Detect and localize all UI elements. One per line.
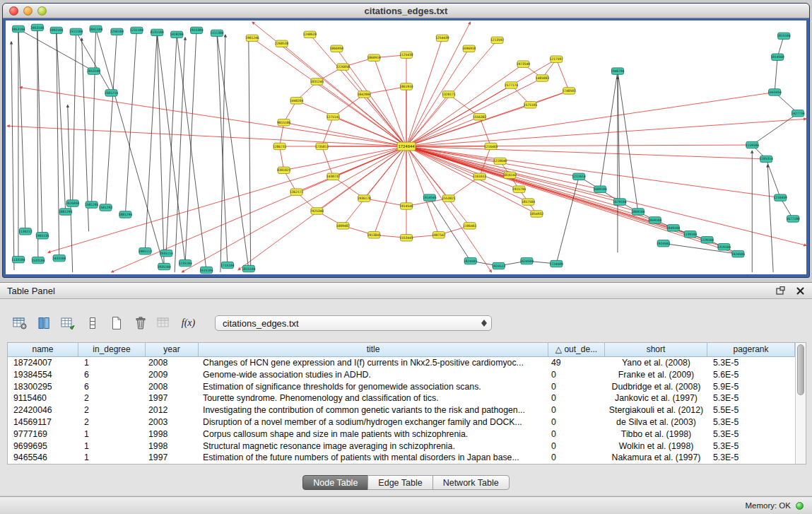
float-panel-icon[interactable] [775, 286, 785, 296]
network-edge[interactable] [92, 29, 96, 205]
network-edge[interactable] [406, 105, 530, 146]
network-edge[interactable] [406, 64, 523, 146]
network-edge[interactable] [310, 35, 406, 146]
network-node[interactable]: 1081295 [59, 209, 73, 215]
table-row[interactable]: 969969511998Structural magnetic resonanc… [8, 440, 795, 452]
network-edge[interactable] [7, 126, 406, 146]
network-node[interactable]: 1418284 [170, 31, 184, 37]
network-node[interactable]: 1679104 [613, 199, 627, 205]
tab-node-table[interactable]: Node Table [302, 475, 368, 490]
delete-table-icon[interactable] [131, 315, 149, 332]
network-node[interactable]: 1210646 [493, 158, 507, 164]
network-edge[interactable] [374, 146, 406, 235]
network-node[interactable]: 1427734 [791, 110, 805, 117]
network-node[interactable]: 1905113 [139, 247, 153, 254]
network-edge[interactable] [157, 33, 164, 267]
scrollbar-thumb[interactable] [797, 344, 804, 395]
network-edge[interactable] [20, 87, 406, 146]
network-node[interactable]: 1696910 [462, 45, 476, 52]
table-row[interactable]: 2242004622012Investigating the contribut… [8, 404, 795, 416]
network-node[interactable]: 1319104 [717, 243, 731, 250]
network-node[interactable]: 2260538 [275, 40, 289, 47]
network-edge[interactable] [106, 32, 117, 208]
network-edge[interactable] [752, 113, 798, 145]
network-node[interactable]: 1914545 [423, 194, 437, 201]
network-node[interactable]: 1161612 [473, 173, 487, 180]
network-node[interactable]: 1275141 [326, 114, 341, 120]
network-node[interactable]: 1159584 [746, 141, 760, 148]
network-edge[interactable] [775, 57, 777, 93]
network-edge[interactable] [556, 59, 569, 91]
network-window-titlebar[interactable]: citations_edges.txt [3, 4, 809, 18]
column-header-0[interactable]: name [8, 343, 78, 356]
network-edge[interactable] [406, 145, 752, 146]
table-row[interactable]: 1872400712008Changes of HCN gene express… [8, 357, 795, 369]
network-node[interactable]: 1216465 [484, 143, 498, 149]
network-node[interactable]: 2053105 [30, 24, 45, 30]
network-node[interactable]: 1973540 [517, 61, 531, 67]
network-node[interactable]: 1860910 [367, 54, 382, 61]
network-node[interactable]: 1231104 [130, 27, 144, 33]
network-node[interactable]: 7925348 [310, 208, 324, 214]
network-node[interactable]: 8301021 [277, 167, 291, 173]
edit-table-icon[interactable] [59, 315, 77, 332]
network-edge[interactable] [125, 30, 136, 215]
network-node[interactable]: 1440204 [290, 98, 304, 104]
network-node[interactable]: 1575105 [524, 102, 538, 108]
network-edge[interactable] [333, 117, 406, 146]
network-node[interactable]: 1009487 [336, 223, 351, 229]
network-edge[interactable] [430, 198, 471, 262]
network-node[interactable]: 1959104 [648, 217, 662, 223]
network-edge[interactable] [406, 146, 806, 245]
column-header-1[interactable]: in_degree [78, 343, 146, 356]
network-edge[interactable] [767, 165, 773, 272]
network-node[interactable]: 1735811 [315, 143, 329, 149]
table-row[interactable]: 1456911722003Disruption of a novel membe… [8, 416, 795, 428]
function-builder-icon[interactable]: f(x) [180, 315, 197, 332]
network-edge[interactable] [249, 38, 251, 272]
network-node[interactable]: 1815104 [242, 265, 256, 271]
network-node[interactable]: 1689104 [593, 186, 607, 192]
column-header-2[interactable]: year [146, 343, 199, 356]
network-node[interactable]: 1915794 [512, 186, 526, 192]
network-node[interactable]: 1014560 [771, 54, 785, 60]
network-node[interactable]: 1235104 [178, 259, 192, 266]
network-node[interactable]: 1866950 [330, 45, 344, 52]
network-node[interactable]: 1857584 [522, 199, 536, 205]
network-node[interactable]: 2226058 [336, 64, 351, 70]
network-node[interactable]: 1615104 [199, 267, 213, 273]
network-node[interactable]: 1111304 [210, 30, 224, 36]
network-node[interactable]: 1861910 [399, 83, 413, 90]
network-edge[interactable] [406, 146, 766, 159]
network-edge[interactable] [406, 92, 775, 146]
network-node[interactable]: 1553821 [442, 195, 456, 201]
network-node[interactable]: 1581295 [85, 201, 99, 208]
network-node[interactable]: 1915304 [189, 27, 204, 33]
show-columns-icon[interactable] [35, 315, 53, 332]
network-node[interactable]: 1863104 [11, 25, 25, 32]
network-node[interactable]: 1881294 [119, 211, 133, 218]
network-edge[interactable] [322, 146, 333, 177]
network-node[interactable]: 1213597 [490, 37, 505, 43]
network-edge[interactable] [252, 38, 406, 146]
network-edge[interactable] [111, 146, 406, 272]
network-node[interactable]: 1924502 [657, 240, 671, 247]
network-edge[interactable] [600, 71, 618, 189]
network-node[interactable]: 1581214 [105, 90, 119, 96]
network-node[interactable]: 1936170 [358, 195, 372, 201]
network-edge[interactable] [73, 32, 76, 204]
network-node[interactable]: 1946794 [611, 68, 625, 74]
close-panel-icon[interactable] [795, 286, 805, 296]
network-edge[interactable] [220, 35, 225, 272]
network-node[interactable]: 8131104 [151, 29, 165, 35]
network-edge[interactable] [145, 33, 157, 251]
network-edge[interactable] [11, 42, 14, 270]
network-edge[interactable] [96, 29, 165, 267]
minimize-window-button[interactable] [23, 6, 33, 16]
network-node[interactable]: 1254439 [435, 35, 449, 41]
network-edge[interactable] [618, 71, 638, 212]
network-node[interactable]: 1362171 [290, 189, 304, 195]
table-row[interactable]: 946554611997Estimation of the future num… [8, 452, 795, 464]
network-node[interactable]: 1924513 [492, 262, 506, 269]
network-node[interactable]: 1286731 [273, 143, 287, 149]
